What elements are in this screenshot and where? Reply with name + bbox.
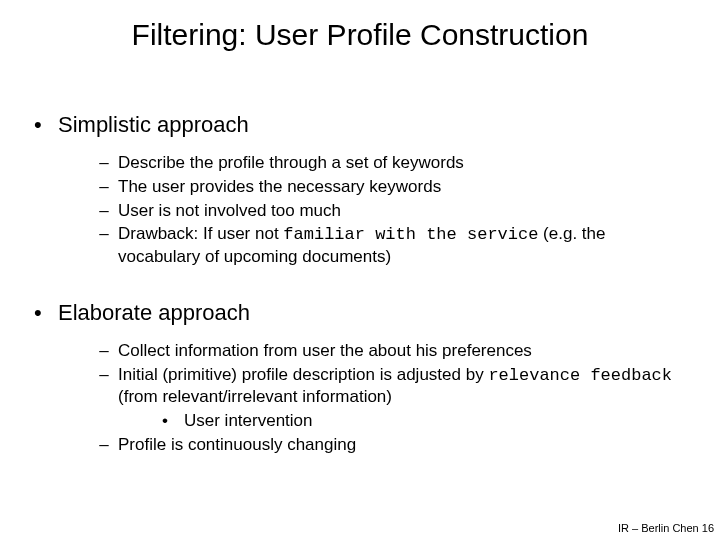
item-text: Describe the profile through a set of ke… (118, 152, 690, 174)
slide-title: Filtering: User Profile Construction (0, 18, 720, 52)
list-item: – Describe the profile through a set of … (90, 152, 690, 174)
bullet-dot-icon: • (34, 300, 58, 326)
dash-icon: – (90, 223, 118, 268)
dash-icon: – (90, 176, 118, 198)
dash-icon: – (90, 200, 118, 222)
list-item: – User is not involved too much (90, 200, 690, 222)
item-text: User intervention (184, 410, 690, 432)
item-text: The user provides the necessary keywords (118, 176, 690, 198)
list-item: – Initial (primitive) profile descriptio… (90, 364, 690, 409)
list-item: – The user provides the necessary keywor… (90, 176, 690, 198)
dash-icon: – (90, 434, 118, 456)
section1-text: Simplistic approach (58, 112, 249, 137)
item-text: User is not involved too much (118, 200, 690, 222)
section-heading-1: •Simplistic approach (34, 112, 690, 138)
dash-icon: – (90, 152, 118, 174)
item-text: Initial (primitive) profile description … (118, 364, 690, 409)
list-item: – Drawback: If user not familiar with th… (90, 223, 690, 268)
item-text: Drawback: If user not familiar with the … (118, 223, 690, 268)
list-item: – Collect information from user the abou… (90, 340, 690, 362)
item-code: familiar with the service (283, 225, 538, 244)
section-heading-2: •Elaborate approach (34, 300, 690, 326)
item-code: relevance feedback (488, 366, 672, 385)
slide-body: •Simplistic approach – Describe the prof… (34, 112, 690, 458)
sub-list-item: • User intervention (162, 410, 690, 432)
bullet-dot-icon: • (162, 410, 184, 432)
slide: Filtering: User Profile Construction •Si… (0, 0, 720, 540)
item-text: Profile is continuously changing (118, 434, 690, 456)
slide-footer: IR – Berlin Chen 16 (618, 522, 714, 534)
item-pre: Initial (primitive) profile description … (118, 365, 488, 384)
dash-icon: – (90, 364, 118, 409)
list-item: – Profile is continuously changing (90, 434, 690, 456)
item-text: Collect information from user the about … (118, 340, 690, 362)
item-pre: Drawback: If user not (118, 224, 283, 243)
section2-text: Elaborate approach (58, 300, 250, 325)
item-post: (from relevant/irrelevant information) (118, 387, 392, 406)
dash-icon: – (90, 340, 118, 362)
bullet-dot-icon: • (34, 112, 58, 138)
